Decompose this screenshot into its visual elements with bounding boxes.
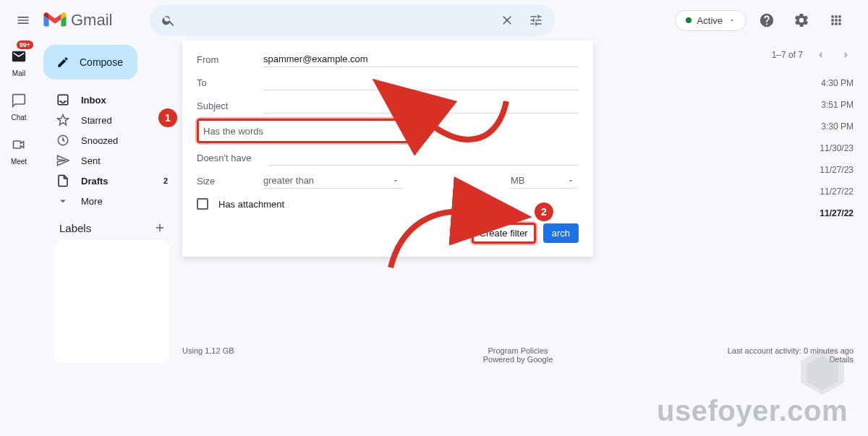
annotation-2: 2 <box>535 202 553 221</box>
annotation-1-label: 1 <box>165 112 171 124</box>
annotation-1: 1 <box>158 108 177 127</box>
annotation-arrows <box>0 0 868 436</box>
annotation-2-label: 2 <box>541 206 547 218</box>
